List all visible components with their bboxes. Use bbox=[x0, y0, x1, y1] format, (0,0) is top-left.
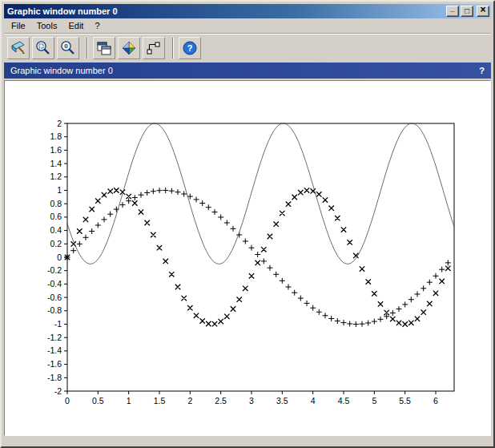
menu-tools[interactable]: Tools bbox=[31, 19, 63, 32]
svg-text:3: 3 bbox=[249, 396, 254, 406]
close-icon: × bbox=[477, 6, 489, 14]
minimize-button[interactable]: _ bbox=[446, 6, 459, 17]
figure-editor-button[interactable] bbox=[93, 37, 115, 59]
svg-text:1.5: 1.5 bbox=[154, 396, 166, 406]
maximize-icon: □ bbox=[461, 6, 473, 15]
svg-text:2.5: 2.5 bbox=[215, 396, 227, 406]
plot-client-area[interactable]: 21.81.61.41.210.80.60.40.20-0.2-0.4-0.6-… bbox=[4, 80, 491, 436]
zoom-in-icon bbox=[35, 40, 51, 56]
zoom-out-button[interactable]: 0 bbox=[57, 37, 79, 59]
svg-text:1.4: 1.4 bbox=[50, 159, 62, 168]
datatip-icon bbox=[146, 40, 162, 56]
svg-text:1: 1 bbox=[57, 185, 62, 195]
svg-text:1: 1 bbox=[127, 396, 131, 406]
svg-text:0: 0 bbox=[65, 396, 70, 406]
menu-help[interactable]: ? bbox=[89, 19, 105, 32]
svg-text:-1.4: -1.4 bbox=[47, 345, 62, 355]
toolbar-separator bbox=[172, 38, 174, 59]
svg-text:0.4: 0.4 bbox=[50, 225, 62, 235]
window-title: Graphic window number 0 bbox=[7, 6, 445, 16]
svg-text:2: 2 bbox=[187, 396, 192, 406]
rotate-3d-icon bbox=[121, 40, 137, 56]
copy-clipboard-icon bbox=[10, 40, 26, 56]
svg-text:-0.4: -0.4 bbox=[47, 279, 62, 289]
titlebar[interactable]: Graphic window number 0 _ □ × bbox=[4, 4, 491, 18]
infobar-help-icon[interactable]: ? bbox=[479, 66, 485, 75]
svg-text:4.5: 4.5 bbox=[338, 396, 350, 406]
svg-text:0.2: 0.2 bbox=[50, 239, 62, 248]
svg-text:-1: -1 bbox=[54, 319, 62, 329]
svg-text:1.8: 1.8 bbox=[50, 131, 62, 141]
help-question-glyph: ? bbox=[187, 43, 193, 53]
copy-clipboard-button[interactable] bbox=[7, 37, 30, 59]
close-button[interactable]: × bbox=[477, 6, 489, 17]
zoom-out-icon: 0 bbox=[60, 40, 76, 56]
zoom-out-zero-glyph: 0 bbox=[64, 42, 68, 50]
svg-text:5.5: 5.5 bbox=[399, 396, 411, 406]
toolbar-separator bbox=[87, 38, 88, 59]
svg-text:0: 0 bbox=[57, 252, 62, 262]
svg-text:3.5: 3.5 bbox=[276, 396, 288, 406]
svg-text:-0.6: -0.6 bbox=[47, 293, 62, 302]
svg-text:1.2: 1.2 bbox=[50, 172, 62, 181]
svg-text:0.5: 0.5 bbox=[92, 396, 104, 406]
svg-text:-0.8: -0.8 bbox=[47, 305, 62, 315]
svg-text:-1.6: -1.6 bbox=[47, 359, 62, 369]
svg-text:-0.2: -0.2 bbox=[47, 265, 62, 275]
menubar: File Tools Edit ? bbox=[4, 18, 491, 33]
svg-text:4: 4 bbox=[311, 396, 316, 406]
window-controls: _ □ × bbox=[445, 6, 489, 17]
minimize-icon: _ bbox=[447, 5, 458, 14]
menu-edit[interactable]: Edit bbox=[62, 19, 89, 32]
svg-text:6: 6 bbox=[433, 396, 438, 406]
svg-text:-2: -2 bbox=[54, 386, 62, 396]
svg-text:0.6: 0.6 bbox=[50, 212, 62, 221]
svg-text:-1.2: -1.2 bbox=[47, 333, 62, 342]
infobar-text: Graphic window number 0 bbox=[10, 66, 113, 75]
toolbar: 0 bbox=[4, 33, 491, 62]
menu-file[interactable]: File bbox=[6, 19, 31, 32]
svg-text:0.8: 0.8 bbox=[50, 199, 62, 208]
graphic-window: Graphic window number 0 _ □ × File Tools… bbox=[0, 0, 495, 448]
svg-text:1.6: 1.6 bbox=[50, 145, 62, 155]
svg-text:5: 5 bbox=[372, 396, 376, 406]
figure-editor-icon bbox=[96, 40, 112, 56]
datatip-button[interactable] bbox=[143, 37, 165, 59]
zoom-in-button[interactable] bbox=[32, 37, 54, 59]
help-button[interactable]: ? bbox=[179, 37, 201, 59]
rotate-3d-button[interactable] bbox=[118, 37, 140, 59]
svg-text:2: 2 bbox=[57, 119, 62, 128]
svg-text:-1.8: -1.8 bbox=[47, 373, 62, 382]
help-icon: ? bbox=[182, 40, 198, 56]
maximize-button[interactable]: □ bbox=[461, 6, 473, 17]
plot-svg[interactable]: 21.81.61.41.210.80.60.40.20-0.2-0.4-0.6-… bbox=[5, 81, 490, 435]
infobar: Graphic window number 0 ? bbox=[4, 63, 491, 79]
axes-box bbox=[67, 123, 454, 391]
